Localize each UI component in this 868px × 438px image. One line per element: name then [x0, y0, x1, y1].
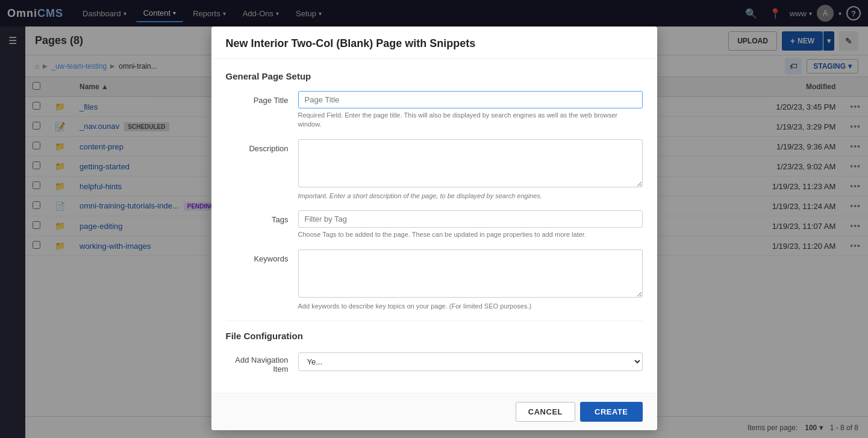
description-input[interactable]	[298, 139, 643, 187]
modal-dialog: New Interior Two-Col (Blank) Page with S…	[211, 27, 657, 430]
page-title-hint: Required Field. Enter the page title. Th…	[298, 111, 643, 130]
page-title-field: Required Field. Enter the page title. Th…	[298, 91, 643, 130]
cancel-button[interactable]: CANCEL	[516, 402, 575, 422]
keywords-hint: Add keywords to describe key topics on y…	[298, 302, 643, 311]
tags-input[interactable]	[298, 210, 643, 228]
form-row-description: Description Important. Enter a short des…	[226, 139, 643, 201]
keywords-input[interactable]	[298, 249, 643, 298]
nav-item-field: Ye...	[298, 352, 643, 371]
keywords-field: Add keywords to describe key topics on y…	[298, 249, 643, 311]
nav-item-label: Add Navigation Item	[226, 351, 298, 374]
modal-title: New Interior Two-Col (Blank) Page with S…	[226, 37, 643, 50]
page-title-input[interactable]	[298, 91, 643, 108]
tags-field: Choose Tags to be added to the page. The…	[298, 210, 643, 239]
form-row-nav-item: Add Navigation Item Ye...	[226, 351, 643, 374]
keywords-label: Keywords	[226, 249, 298, 263]
section-file-config-heading: File Configuration	[226, 331, 643, 341]
page-title-label: Page Title	[226, 91, 298, 105]
modal-body: General Page Setup Page Title Required F…	[211, 59, 657, 393]
form-row-tags: Tags Choose Tags to be added to the page…	[226, 210, 643, 239]
form-row-keywords: Keywords Add keywords to describe key to…	[226, 249, 643, 311]
tags-label: Tags	[226, 210, 298, 224]
section-general-heading: General Page Setup	[226, 71, 643, 81]
create-button[interactable]: CREATE	[580, 402, 642, 422]
tags-hint: Choose Tags to be added to the page. The…	[298, 230, 643, 239]
modal-header: New Interior Two-Col (Blank) Page with S…	[211, 27, 657, 59]
form-row-page-title: Page Title Required Field. Enter the pag…	[226, 91, 643, 130]
description-field: Important. Enter a short description of …	[298, 139, 643, 201]
description-label: Description	[226, 139, 298, 153]
modal-footer: CANCEL CREATE	[211, 393, 657, 430]
modal-overlay[interactable]: New Interior Two-Col (Blank) Page with S…	[0, 0, 868, 438]
description-hint: Important. Enter a short description of …	[298, 192, 643, 201]
nav-item-select[interactable]: Ye...	[298, 352, 643, 371]
section-divider	[226, 321, 643, 321]
